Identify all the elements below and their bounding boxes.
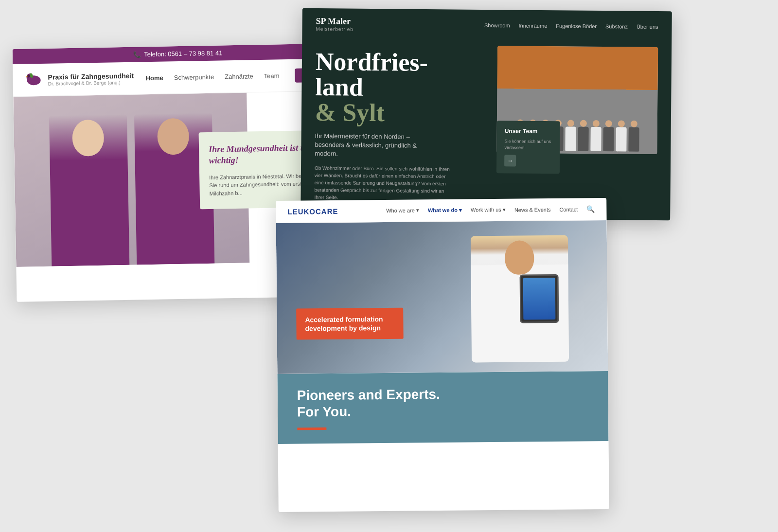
team-arrow-button[interactable]: →: [504, 155, 516, 166]
spmaler-nav-showroom[interactable]: Showroom: [484, 22, 510, 28]
phone-icon: 📞: [133, 51, 141, 58]
search-icon[interactable]: 🔍: [586, 205, 595, 213]
spmaler-brand: SP Maler: [316, 16, 354, 27]
leukocare-nav: LEUKOCARE Who we are ▾ What we do ▾ Work…: [276, 198, 606, 223]
nav-schwerpunkte[interactable]: Schwerpunkte: [174, 73, 214, 81]
spmaler-content: Nordfries-land & Sylt Ihr Malermeister f…: [301, 39, 672, 209]
leukocare-nav-links: Who we are ▾ What we do ▾ Work with us ▾…: [386, 205, 595, 215]
zahnarzt-nav: Praxis für Zahngesundheit Dr. Brachvogel…: [13, 58, 344, 97]
team-person-9: [616, 127, 626, 151]
leukocare-red-bar: [297, 427, 326, 430]
spmaler-left: Nordfries-land & Sylt Ihr Malermeister f…: [314, 44, 493, 202]
roof-tile: [497, 46, 658, 90]
spmaler-meister: Meisterbetrieb: [316, 26, 353, 32]
spmaler-right: Unser Team Sie können sich auf uns verla…: [491, 46, 658, 204]
doctor-1: [49, 114, 129, 266]
spmaler-nav: SP Maler Meisterbetrieb Showroom Innenrä…: [302, 8, 672, 43]
spmaler-nav-sub[interactable]: Substonz: [605, 23, 628, 29]
doctor-1-head: [72, 120, 104, 157]
doctor-2-head: [157, 118, 189, 155]
team-person-6: [578, 127, 588, 151]
team-person-5: [565, 126, 576, 151]
bird-logo-icon: [24, 71, 43, 89]
roof: [497, 46, 658, 90]
spmaler-nav-innen[interactable]: Innenräume: [519, 23, 548, 29]
team-person-7: [590, 127, 601, 151]
team-person-8: [603, 127, 614, 151]
zahnarzt-doctors: Dr. Brachvogel & Dr. Berge (ang.): [48, 79, 134, 86]
spmaler-nav-fugen[interactable]: Fugenlose Böder: [556, 23, 597, 29]
nav-team[interactable]: Team: [264, 72, 280, 80]
lab-person-body: [471, 235, 569, 363]
nav-home[interactable]: Home: [146, 74, 163, 82]
nav-what-we-do[interactable]: What we do ▾: [428, 207, 462, 214]
nav-zahnaerzte[interactable]: Zahnärzte: [225, 72, 253, 80]
spmaler-logo: SP Maler Meisterbetrieb: [316, 16, 354, 32]
pioneers-line1: Pioneers and Experts.: [297, 387, 440, 403]
headline-nordfries: Nordfries-land: [315, 48, 428, 101]
leukocare-blue-box: Pioneers and Experts. For You.: [277, 371, 608, 444]
leukocare-pioneers: Pioneers and Experts. For You.: [297, 385, 589, 420]
headline-sylt: & Sylt: [315, 98, 385, 126]
spmaler-desc: Ob Wohnzimmer oder Büro. Sie sollen sich…: [314, 164, 451, 201]
nav-who-we-are[interactable]: Who we are ▾: [386, 207, 419, 214]
unser-team-title: Unser Team: [505, 128, 552, 135]
lab-person: [471, 235, 569, 363]
nav-contact[interactable]: Contact: [559, 206, 578, 212]
nav-work-with-us[interactable]: Work with us ▾: [471, 207, 506, 213]
spmaler-nav-ueber[interactable]: Über uns: [637, 24, 658, 30]
unser-team-text: Sie können sich auf uns verlassen!: [504, 139, 552, 151]
tablet-device: [520, 274, 559, 323]
zahnarzt-phone: Telefon: 0561 – 73 98 81 41: [144, 49, 222, 58]
zahnarzt-logo: Praxis für Zahngesundheit Dr. Brachvogel…: [24, 69, 134, 89]
lab-person-head: [505, 240, 534, 275]
tablet-screen: [523, 278, 556, 320]
pioneers-line2: For You.: [297, 404, 351, 419]
arrow-icon: →: [507, 157, 513, 164]
leukocare-logo: LEUKOCARE: [287, 207, 338, 216]
nav-news-events[interactable]: News & Events: [514, 207, 551, 213]
spmaler-headline: Nordfries-land & Sylt: [315, 49, 493, 126]
card-spmaler: SP Maler Meisterbetrieb Showroom Innenrä…: [301, 8, 672, 221]
zahnarzt-logo-text: Praxis für Zahngesundheit Dr. Brachvogel…: [48, 71, 134, 86]
leukocare-badge: Accelerated formulation development by d…: [296, 307, 404, 339]
card-leukocare: LEUKOCARE Who we are ▾ What we do ▾ Work…: [276, 198, 609, 512]
leukocare-badge-text: Accelerated formulation development by d…: [305, 314, 394, 333]
team-person-10: [628, 127, 639, 152]
leukocare-hero-bg: [276, 220, 608, 374]
spmaler-team-box: Unser Team Sie können sich auf uns verla…: [496, 121, 560, 174]
spmaler-nav-links: Showroom Innenräume Fugenlose Böder Subs…: [484, 22, 658, 30]
spmaler-tagline: Ihr Malermeister für den Norden – besond…: [315, 132, 492, 160]
leukocare-hero: Accelerated formulation development by d…: [276, 220, 608, 374]
